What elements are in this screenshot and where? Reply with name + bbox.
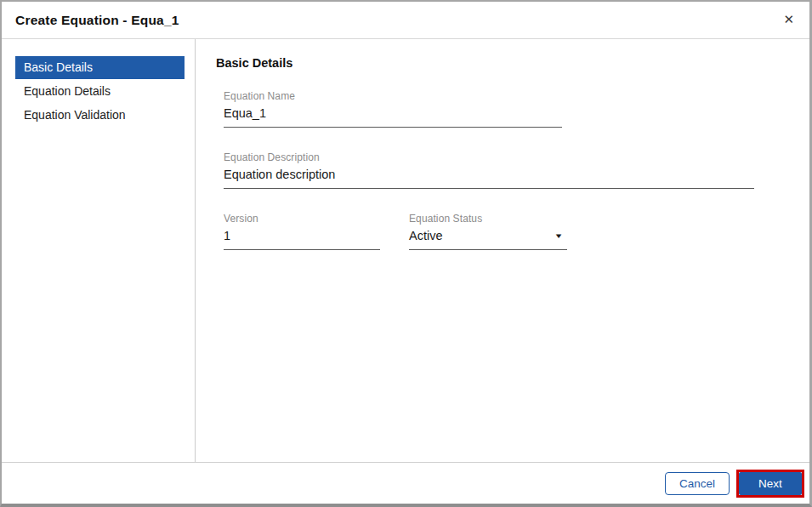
next-button[interactable]: Next (739, 472, 802, 495)
dialog-title: Create Equation - Equa_1 (15, 13, 179, 28)
equation-name-field: Equation Name (224, 90, 562, 128)
sidebar-item-basic-details[interactable]: Basic Details (15, 56, 185, 79)
panel-heading: Basic Details (216, 56, 789, 70)
form-fields: Equation Name Equation Description Versi… (224, 90, 789, 274)
equation-description-label: Equation Description (224, 151, 754, 163)
dropdown-arrow-icon: ▼ (554, 232, 563, 240)
sidebar-item-equation-validation[interactable]: Equation Validation (15, 104, 185, 127)
next-button-highlight-box: Next (736, 470, 804, 498)
dialog-body: Basic Details Equation Details Equation … (2, 39, 809, 462)
dialog-header: Create Equation - Equa_1 ✕ (2, 2, 809, 39)
version-input[interactable] (224, 228, 380, 250)
equation-status-value: Active (409, 229, 443, 242)
equation-name-input[interactable] (224, 105, 562, 128)
sidebar-item-equation-details[interactable]: Equation Details (15, 80, 185, 103)
create-equation-dialog: Create Equation - Equa_1 ✕ Basic Details… (0, 0, 812, 507)
equation-status-field: Equation Status Active ▼ (409, 213, 567, 250)
version-status-row: Version Equation Status Active ▼ (224, 213, 789, 274)
version-field: Version (224, 213, 380, 250)
wizard-steps-sidebar: Basic Details Equation Details Equation … (2, 39, 196, 462)
equation-name-label: Equation Name (224, 90, 562, 102)
basic-details-panel: Basic Details Equation Name Equation Des… (196, 39, 809, 462)
close-icon[interactable]: ✕ (781, 10, 796, 30)
dialog-footer: Cancel Next (2, 462, 809, 504)
version-label: Version (224, 213, 380, 225)
equation-status-label: Equation Status (409, 213, 567, 225)
cancel-button[interactable]: Cancel (665, 472, 730, 495)
equation-description-field: Equation Description (224, 151, 754, 189)
equation-description-input[interactable] (224, 167, 754, 189)
equation-status-select[interactable]: Active ▼ (409, 228, 567, 250)
